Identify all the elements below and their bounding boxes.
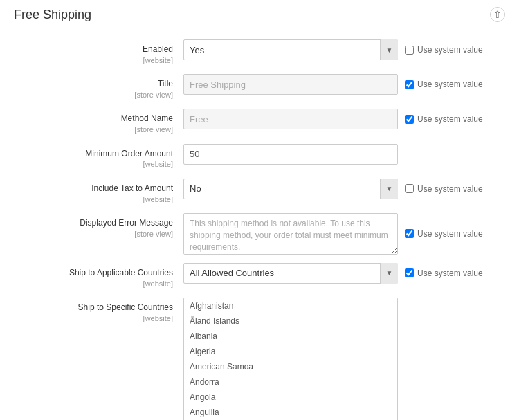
- include-tax-use-system-value[interactable]: Use system value: [405, 184, 483, 194]
- applicable-countries-use-system-value[interactable]: Use system value: [405, 268, 483, 278]
- enabled-row: Enabled [website] Yes No ▼ Use system va…: [14, 39, 505, 66]
- enabled-use-system-value[interactable]: Use system value: [405, 45, 483, 55]
- title-system-label: Use system value: [417, 80, 483, 89]
- error-message-use-system-value[interactable]: Use system value: [405, 229, 483, 239]
- specific-countries-listbox[interactable]: AfghanistanÅland IslandsAlbaniaAlgeriaAm…: [183, 298, 398, 420]
- enabled-control: Yes No ▼ Use system value: [183, 39, 505, 60]
- applicable-countries-system-label: Use system value: [417, 268, 483, 278]
- min-order-amount-label: Minimum Order Amount [website]: [14, 144, 183, 170]
- enabled-system-label: Use system value: [417, 45, 483, 55]
- method-name-row: Method Name [store view] Use system valu…: [14, 109, 505, 135]
- applicable-countries-row: Ship to Applicable Countries [website] A…: [14, 263, 505, 289]
- min-order-amount-row: Minimum Order Amount [website]: [14, 144, 505, 170]
- enabled-select-wrapper: Yes No ▼: [183, 39, 398, 60]
- page-header: Free Shipping ⇧: [14, 7, 505, 26]
- include-tax-label: Include Tax to Amount [website]: [14, 179, 183, 205]
- title-use-system-value[interactable]: Use system value: [405, 80, 483, 89]
- applicable-countries-control: All Allowed Countries Specific Countries…: [183, 263, 505, 284]
- min-order-amount-control: [183, 144, 505, 165]
- title-label: Title [store view]: [14, 74, 183, 100]
- list-item[interactable]: Angola: [184, 390, 397, 405]
- error-message-control: This shipping method is not available. T…: [183, 213, 505, 255]
- method-name-label: Method Name [store view]: [14, 109, 183, 135]
- list-item[interactable]: Anguilla: [184, 405, 397, 420]
- title-input[interactable]: [183, 74, 398, 95]
- applicable-countries-system-checkbox[interactable]: [405, 268, 414, 277]
- method-name-use-system-value[interactable]: Use system value: [405, 114, 483, 124]
- list-item[interactable]: Algeria: [184, 344, 397, 359]
- enabled-select[interactable]: Yes No: [183, 39, 398, 60]
- specific-countries-row: Ship to Specific Countries [website] Afg…: [14, 298, 505, 420]
- include-tax-system-checkbox[interactable]: [405, 184, 414, 193]
- include-tax-system-label: Use system value: [417, 184, 483, 194]
- list-item[interactable]: Albania: [184, 329, 397, 344]
- title-system-checkbox[interactable]: [405, 80, 414, 89]
- method-name-control: Use system value: [183, 109, 505, 129]
- list-item[interactable]: Andorra: [184, 374, 397, 390]
- error-message-textarea[interactable]: This shipping method is not available. T…: [183, 213, 398, 255]
- error-message-row: Displayed Error Message [store view] Thi…: [14, 213, 505, 255]
- enabled-label: Enabled [website]: [14, 39, 183, 66]
- enabled-system-checkbox[interactable]: [405, 46, 414, 55]
- method-name-system-label: Use system value: [417, 114, 483, 124]
- applicable-countries-select-wrapper: All Allowed Countries Specific Countries…: [183, 263, 398, 284]
- include-tax-control: No Yes ▼ Use system value: [183, 179, 505, 199]
- method-name-system-checkbox[interactable]: [405, 115, 414, 124]
- method-name-input[interactable]: [183, 109, 398, 129]
- page-title: Free Shipping: [14, 8, 91, 22]
- specific-countries-label: Ship to Specific Countries [website]: [14, 298, 183, 324]
- specific-countries-control: AfghanistanÅland IslandsAlbaniaAlgeriaAm…: [183, 298, 505, 420]
- applicable-countries-label: Ship to Applicable Countries [website]: [14, 263, 183, 289]
- error-message-system-label: Use system value: [417, 229, 483, 239]
- list-item[interactable]: Afghanistan: [184, 298, 397, 313]
- applicable-countries-select[interactable]: All Allowed Countries Specific Countries: [183, 263, 398, 284]
- list-item[interactable]: Åland Islands: [184, 313, 397, 329]
- error-message-label: Displayed Error Message [store view]: [14, 213, 183, 239]
- error-message-system-checkbox[interactable]: [405, 229, 414, 238]
- collapse-button[interactable]: ⇧: [490, 7, 505, 22]
- title-control: Use system value: [183, 74, 505, 95]
- include-tax-select[interactable]: No Yes: [183, 179, 398, 199]
- include-tax-row: Include Tax to Amount [website] No Yes ▼…: [14, 179, 505, 205]
- list-item[interactable]: American Samoa: [184, 359, 397, 374]
- include-tax-select-wrapper: No Yes ▼: [183, 179, 398, 199]
- title-row: Title [store view] Use system value: [14, 74, 505, 100]
- min-order-amount-input[interactable]: [183, 144, 398, 165]
